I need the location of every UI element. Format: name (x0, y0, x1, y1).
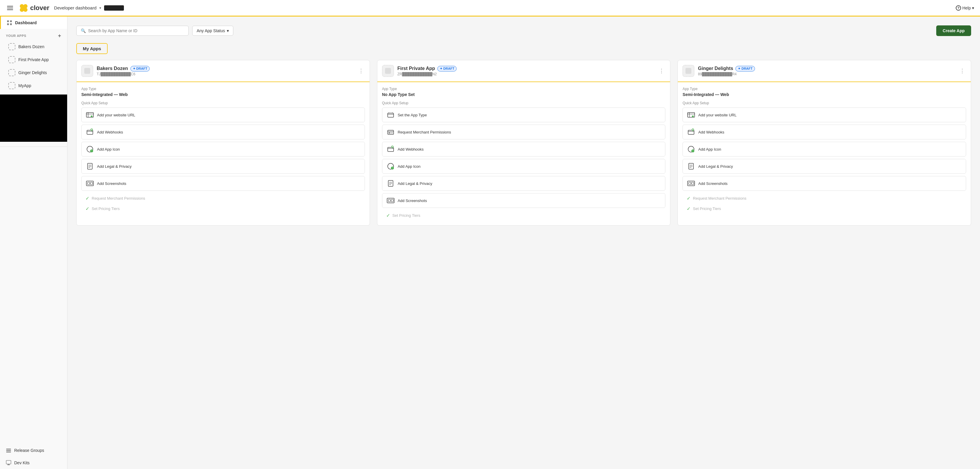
status-chevron-icon: ▾ (227, 29, 229, 33)
card-more-button[interactable]: ⋮ (658, 67, 665, 75)
setup-item-webhooks[interactable]: Add Webhooks (382, 142, 666, 157)
sidebar: Dashboard YOUR APPS + Bakers Dozen First… (0, 17, 67, 469)
webhook-icon (387, 145, 395, 153)
card-name: Ginger Delights (698, 66, 733, 71)
setup-item-permissions[interactable]: Request Merchant Permissions (382, 125, 666, 139)
nav-breadcrumb: Developer dashboard ▾ ██████ (54, 5, 124, 11)
release-groups-label: Release Groups (14, 448, 44, 453)
status-filter[interactable]: Any App Status ▾ (192, 26, 233, 36)
card-body: App Type Semi-Integrated — Web Quick App… (76, 82, 370, 219)
svg-rect-31 (388, 113, 394, 117)
completed-label: Set Pricing Tiers (92, 206, 120, 211)
setup-item-legal[interactable]: Add Legal & Privacy (81, 159, 365, 174)
completed-item-1: ✓ Set Pricing Tiers (81, 203, 365, 214)
check-icon: ✓ (86, 195, 89, 201)
sidebar-item-release-groups[interactable]: Release Groups (0, 444, 67, 456)
sidebar-item-dashboard[interactable]: Dashboard (0, 17, 67, 29)
completed-label: Set Pricing Tiers (693, 206, 721, 211)
app-icon-inner (84, 68, 90, 74)
setup-item-appicon[interactable]: + Add App Icon (81, 142, 365, 157)
sidebar-item-myapp[interactable]: MyApp (0, 79, 67, 92)
your-apps-section: YOUR APPS + (0, 29, 67, 40)
setup-item-screenshots[interactable]: Add Screenshots (382, 193, 666, 208)
app-card-ginger-delights: Ginger Delights ✦ DRAFT 89████████████R4… (678, 60, 971, 226)
completed-item-0: ✓ Request Merchant Permissions (682, 193, 966, 203)
svg-rect-37 (388, 147, 394, 152)
draft-badge: ✦ DRAFT (438, 66, 457, 71)
logo-text: clover (30, 4, 49, 12)
svg-rect-48 (391, 200, 393, 202)
setup-item-label: Add Webhooks (97, 130, 123, 135)
sidebar-item-first-private-app[interactable]: First Private App (0, 53, 67, 66)
help-button[interactable]: ? Help ▾ (956, 5, 974, 11)
sidebar-item-ginger-delights[interactable]: Ginger Delights (0, 66, 67, 79)
webhook-icon (687, 128, 695, 136)
setup-item-appicon[interactable]: + Add App Icon (382, 159, 666, 174)
sidebar-bottom: Release Groups Dev Kits (0, 444, 67, 469)
card-title-area: Bakers Dozen ✦ DRAFT TJ████████████C6 (97, 66, 354, 76)
setup-item-screenshots[interactable]: Add Screenshots (682, 176, 966, 191)
setup-item-website[interactable]: + Add your website URL (682, 108, 966, 122)
toolbar: 🔍 Any App Status ▾ Create App (76, 25, 971, 36)
badge-plus-icon: ✦ (738, 67, 740, 71)
setup-item-label: Add App Icon (698, 147, 721, 152)
setup-item-website[interactable]: + Add your website URL (81, 108, 365, 122)
card-more-button[interactable]: ⋮ (958, 67, 966, 75)
search-icon: 🔍 (81, 29, 86, 33)
add-app-button[interactable]: + (58, 33, 61, 38)
cards-grid: Bakers Dozen ✦ DRAFT TJ████████████C6 ⋮ … (76, 60, 971, 226)
your-apps-label: YOUR APPS (6, 34, 26, 38)
completed-label: Request Merchant Permissions (92, 196, 145, 201)
setup-item-label: Add your website URL (698, 113, 736, 117)
app-icon-placeholder (8, 56, 15, 63)
dev-kits-icon (6, 460, 11, 466)
card-title-area: First Private App ✦ DRAFT ZR████████████… (398, 66, 654, 76)
card-title: Bakers Dozen ✦ DRAFT (97, 66, 354, 71)
card-id: 89████████████R4 (698, 72, 955, 76)
svg-rect-30 (91, 182, 92, 185)
card-app-icon (382, 65, 394, 77)
setup-item-webhooks[interactable]: Add Webhooks (682, 125, 966, 139)
svg-rect-13 (7, 464, 10, 465)
logo: clover (19, 3, 49, 13)
setup-item-legal[interactable]: Add Legal & Privacy (682, 159, 966, 174)
setup-item-screenshots[interactable]: Add Screenshots (81, 176, 365, 191)
app-icon-inner (686, 68, 691, 74)
setup-item-label: Add App Icon (398, 164, 420, 169)
setup-item-apptype[interactable]: Set the App Type (382, 108, 666, 122)
svg-rect-29 (88, 182, 90, 185)
clover-logo-icon (19, 3, 29, 13)
svg-rect-5 (7, 21, 9, 22)
tabs: My Apps (76, 43, 971, 54)
setup-item-legal[interactable]: Add Legal & Privacy (382, 176, 666, 191)
dashboard-icon (7, 20, 12, 25)
main-content: 🔍 Any App Status ▾ Create App My Apps Ba… (67, 17, 980, 469)
card-more-button[interactable]: ⋮ (357, 67, 365, 75)
setup-item-label: Add Screenshots (698, 181, 727, 186)
sidebar-item-dev-kits[interactable]: Dev Kits (0, 456, 67, 469)
sidebar-app-name: Ginger Delights (18, 70, 47, 75)
screenshots-icon (687, 179, 695, 187)
search-box[interactable]: 🔍 (76, 26, 189, 36)
setup-item-webhooks[interactable]: Add Webhooks (81, 125, 365, 139)
create-app-button[interactable]: Create App (936, 25, 971, 36)
completed-label: Set Pricing Tiers (392, 213, 420, 218)
setup-label: Quick App Setup (81, 101, 365, 105)
setup-item-label: Add Legal & Privacy (398, 181, 432, 186)
app-icon-placeholder (8, 69, 15, 76)
search-input[interactable] (88, 29, 184, 33)
completed-item-0: ✓ Request Merchant Permissions (81, 193, 365, 203)
sidebar-divider (0, 146, 67, 147)
card-app-icon (682, 65, 694, 77)
sidebar-item-bakers-dozen[interactable]: Bakers Dozen (0, 40, 67, 53)
svg-rect-54 (688, 130, 694, 135)
svg-rect-7 (7, 23, 9, 25)
menu-button[interactable] (6, 5, 14, 11)
tab-my-apps[interactable]: My Apps (76, 43, 108, 54)
draft-badge: ✦ DRAFT (735, 66, 755, 71)
card-app-icon (81, 65, 93, 77)
status-label: Any App Status (197, 29, 225, 33)
setup-item-label: Add Screenshots (97, 181, 126, 186)
setup-item-appicon[interactable]: + Add App Icon (682, 142, 966, 157)
setup-item-label: Add Legal & Privacy (698, 164, 733, 169)
